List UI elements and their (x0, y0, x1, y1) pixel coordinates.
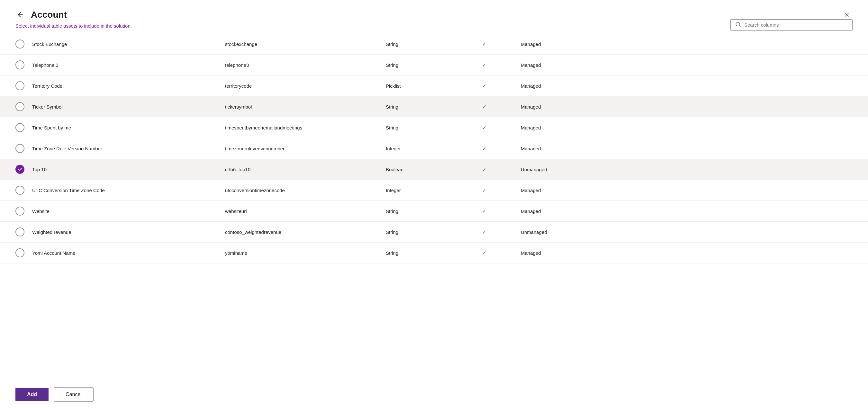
row-schema: tickersymbol (220, 96, 381, 117)
row-checkbox[interactable] (16, 186, 25, 195)
row-checkbox[interactable] (16, 39, 25, 48)
row-name: Telephone 3 (27, 55, 220, 75)
row-type: String (381, 55, 477, 75)
table-row: Territory CodeterritorycodePicklist✓Mana… (0, 75, 868, 96)
search-input[interactable] (744, 22, 848, 28)
row-name: Stock Exchange (27, 34, 220, 55)
row-checkbox[interactable] (16, 165, 25, 174)
subtitle-link: individual table assets (30, 23, 78, 29)
row-checkbox[interactable] (16, 207, 25, 215)
row-schema: websiteurl (220, 201, 381, 222)
row-check-mark: ✓ (482, 83, 487, 89)
row-name: Time Zone Rule Version Number (27, 138, 220, 159)
row-managed: Managed (516, 201, 868, 222)
row-managed: Managed (516, 138, 868, 159)
title-area: Account (16, 10, 67, 20)
table-row: Top 10crfb6_top10Boolean✓Unmanaged (0, 159, 868, 180)
row-check-mark: ✓ (482, 188, 487, 193)
row-managed: Managed (516, 243, 868, 264)
dialog-title: Account (31, 10, 67, 20)
search-area (731, 19, 852, 31)
row-managed: Unmanaged (516, 222, 868, 243)
row-check-mark: ✓ (482, 104, 487, 109)
row-schema: telephone3 (220, 55, 381, 75)
row-checkbox[interactable] (16, 60, 25, 69)
row-type: Picklist (381, 75, 477, 96)
table-row: Telephone 3telephone3String✓Managed (0, 55, 868, 75)
table-row: Stock ExchangestockexchangeString✓Manage… (0, 34, 868, 55)
row-checkbox[interactable] (16, 123, 25, 132)
table-row: Time Spent by metimespentbymeonemailandm… (0, 117, 868, 138)
row-name: Weighted revenue (27, 222, 220, 243)
row-check-mark: ✓ (482, 146, 487, 151)
dialog-footer: Add Cancel (0, 381, 868, 408)
row-type: Boolean (381, 159, 477, 180)
row-name: UTC Conversion Time Zone Code (27, 180, 220, 201)
checkbox-cell (0, 138, 27, 159)
row-has-check: ✓ (477, 34, 516, 55)
row-type: String (381, 222, 477, 243)
row-schema: yominame (220, 243, 381, 264)
row-managed: Unmanaged (516, 159, 868, 180)
row-managed: Managed (516, 96, 868, 117)
close-button[interactable] (841, 9, 852, 21)
checkbox-cell (0, 117, 27, 138)
table-row: Time Zone Rule Version Numbertimezonerul… (0, 138, 868, 159)
table-row: WebsitewebsiteurlString✓Managed (0, 201, 868, 222)
row-schema: territorycode (220, 75, 381, 96)
add-button[interactable]: Add (16, 388, 49, 401)
row-schema: crfb6_top10 (220, 159, 381, 180)
row-check-mark: ✓ (482, 41, 487, 47)
row-has-check: ✓ (477, 75, 516, 96)
checkbox-cell (0, 34, 27, 55)
row-has-check: ✓ (477, 55, 516, 75)
cancel-button[interactable]: Cancel (54, 387, 94, 402)
row-check-mark: ✓ (482, 250, 487, 256)
row-name: Website (27, 201, 220, 222)
row-has-check: ✓ (477, 138, 516, 159)
row-name: Ticker Symbol (27, 96, 220, 117)
back-button[interactable] (16, 10, 26, 20)
row-checkbox[interactable] (16, 102, 25, 111)
table-row: Weighted revenuecontoso_weightedrevenueS… (0, 222, 868, 243)
row-managed: Managed (516, 180, 868, 201)
row-schema: timezoneruleversionnumber (220, 138, 381, 159)
subtitle-rest: to include in the solution. (78, 23, 132, 29)
row-checkbox[interactable] (16, 144, 25, 153)
row-type: String (381, 117, 477, 138)
row-name: Time Spent by me (27, 117, 220, 138)
checkmark-icon (18, 167, 23, 172)
row-check-mark: ✓ (482, 229, 487, 235)
columns-table: Stock ExchangestockexchangeString✓Manage… (0, 34, 868, 264)
row-schema: stockexchange (220, 34, 381, 55)
row-has-check: ✓ (477, 222, 516, 243)
svg-line-4 (739, 25, 740, 26)
row-type: String (381, 201, 477, 222)
row-schema: utcconversiontimezonecode (220, 180, 381, 201)
row-managed: Managed (516, 34, 868, 55)
row-check-mark: ✓ (482, 208, 487, 214)
table-row: Yomi Account NameyominameString✓Managed (0, 243, 868, 264)
checkbox-cell (0, 243, 27, 264)
row-check-mark: ✓ (482, 125, 487, 130)
checkbox-cell (0, 180, 27, 201)
row-has-check: ✓ (477, 180, 516, 201)
row-checkbox[interactable] (16, 248, 25, 257)
row-name: Territory Code (27, 75, 220, 96)
search-icon (735, 22, 741, 28)
checkbox-cell (0, 201, 27, 222)
table-row: Ticker SymboltickersymbolString✓Managed (0, 96, 868, 117)
row-checkbox[interactable] (16, 228, 25, 236)
row-managed: Managed (516, 55, 868, 75)
row-type: Integer (381, 138, 477, 159)
close-icon (843, 11, 850, 18)
checkbox-cell (0, 75, 27, 96)
search-box (731, 19, 852, 31)
row-type: String (381, 96, 477, 117)
checkbox-cell (0, 222, 27, 243)
row-has-check: ✓ (477, 117, 516, 138)
checkbox-cell (0, 159, 27, 180)
row-has-check: ✓ (477, 96, 516, 117)
row-checkbox[interactable] (16, 81, 25, 90)
row-managed: Managed (516, 117, 868, 138)
